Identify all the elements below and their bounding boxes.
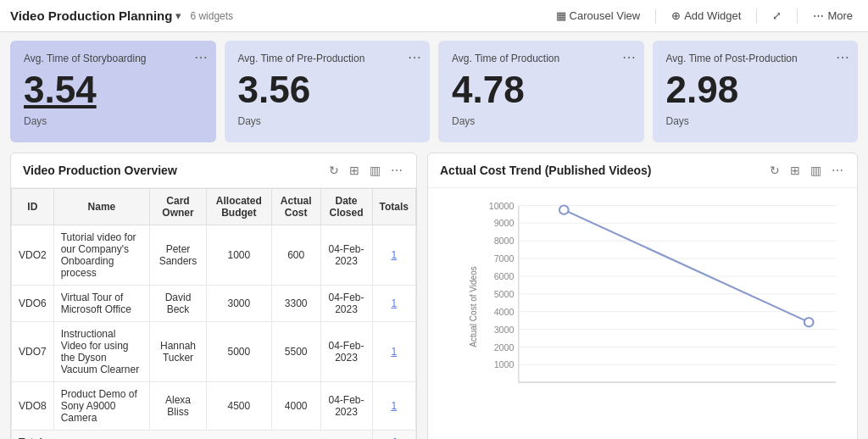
header-actions: ▦ Carousel View ⊕ Add Widget ⤢ ⋯ More xyxy=(551,7,858,25)
title-dropdown-icon[interactable]: ▾ xyxy=(175,9,181,22)
table-menu-button[interactable]: ⋯ xyxy=(389,162,404,179)
table-widget-title: Video Production Overview xyxy=(23,164,327,177)
cell-id: VDO2 xyxy=(12,225,54,286)
expand-icon: ⤢ xyxy=(772,9,782,22)
col-actual: Actual Cost xyxy=(271,189,320,225)
svg-text:3000: 3000 xyxy=(494,325,515,335)
cell-date: 04-Feb-2023 xyxy=(320,225,372,286)
more-button[interactable]: ⋯ More xyxy=(808,7,858,25)
metric-card-value-2: 4.78 xyxy=(452,71,631,108)
svg-point-24 xyxy=(804,318,814,326)
table-view-icon[interactable]: ⊞ xyxy=(348,162,361,179)
cell-owner: Hannah Tucker xyxy=(150,322,207,382)
col-date: Date Closed xyxy=(320,189,372,225)
svg-text:7000: 7000 xyxy=(494,253,515,264)
metric-card-unit-0: Days xyxy=(24,115,203,127)
header-divider-3 xyxy=(797,8,798,24)
cell-budget: 4500 xyxy=(206,382,271,431)
metric-card-3: Avg. Time of Post-Production 2.98 Days ⋯ xyxy=(653,41,859,142)
metric-card-unit-1: Days xyxy=(238,115,417,127)
table-widget: Video Production Overview ↻ ⊞ ▥ ⋯ ID Nam… xyxy=(10,153,417,439)
chart-widget-actions: ↻ ⊞ ▥ ⋯ xyxy=(768,162,845,179)
chart-svg: 10000 9000 8000 7000 6000 5000 4000 xyxy=(482,197,845,400)
carousel-view-button[interactable]: ▦ Carousel View xyxy=(551,7,646,25)
metric-card-value-1: 3.56 xyxy=(238,71,417,108)
cell-id: VDO8 xyxy=(12,382,54,431)
cell-totals: 1 xyxy=(372,382,416,431)
cell-owner: Peter Sanders xyxy=(150,225,207,286)
cell-actual: 5500 xyxy=(271,322,320,382)
cell-owner: David Beck xyxy=(150,286,207,322)
metric-card-menu-2[interactable]: ⋯ xyxy=(622,49,636,65)
table-row: VDO7 Instructional Video for using the D… xyxy=(12,322,416,382)
metric-card-menu-3[interactable]: ⋯ xyxy=(836,49,849,65)
metric-card-title-3: Avg. Time of Post-Production xyxy=(666,53,845,64)
metric-card-title-1: Avg. Time of Pre-Production xyxy=(238,53,417,64)
chart-refresh-button[interactable]: ↻ xyxy=(768,162,782,179)
metric-card-1: Avg. Time of Pre-Production 3.56 Days ⋯ xyxy=(225,41,431,142)
svg-point-23 xyxy=(559,205,569,214)
table-refresh-button[interactable]: ↻ xyxy=(327,162,341,179)
table-header-row: ID Name Card Owner Allocated Budget Actu… xyxy=(12,189,416,225)
metric-card-menu-0[interactable]: ⋯ xyxy=(194,49,208,65)
table-row: VDO6 Virtual Tour of Microsoft Office Da… xyxy=(12,286,416,322)
table-widget-actions: ↻ ⊞ ▥ ⋯ xyxy=(327,162,404,179)
svg-text:8000: 8000 xyxy=(494,236,515,246)
svg-text:6000: 6000 xyxy=(494,271,515,281)
cell-name: Virtual Tour of Microsoft Office xyxy=(53,286,150,322)
table-row: VDO8 Product Demo of Sony A9000 Camera A… xyxy=(12,382,416,431)
svg-text:9000: 9000 xyxy=(494,219,515,229)
metric-card-2: Avg. Time of Production 4.78 Days ⋯ xyxy=(438,41,644,142)
add-icon: ⊕ xyxy=(671,9,681,22)
metric-cards-container: Avg. Time of Storyboarding 3.54 Days ⋯ A… xyxy=(10,41,858,142)
chart-panel-icon[interactable]: ▥ xyxy=(809,162,823,179)
cell-totals: 1 xyxy=(372,286,416,322)
table-totals-row: Totals 4 xyxy=(12,431,416,440)
metric-card-value-0: 3.54 xyxy=(24,71,203,108)
col-owner: Card Owner xyxy=(150,189,207,225)
col-budget: Allocated Budget xyxy=(206,189,271,225)
cell-actual: 600 xyxy=(271,225,320,286)
svg-text:4000: 4000 xyxy=(494,307,515,317)
cell-id: VDO7 xyxy=(12,322,54,382)
header-divider-1 xyxy=(655,8,656,24)
chart-widget: Actual Cost Trend (Published Videos) ↻ ⊞… xyxy=(427,153,858,439)
cell-name: Instructional Video for using the Dyson … xyxy=(53,322,150,382)
metric-card-menu-1[interactable]: ⋯ xyxy=(408,49,421,65)
cell-actual: 3300 xyxy=(271,286,320,322)
cell-date: 04-Feb-2023 xyxy=(320,286,372,322)
add-widget-button[interactable]: ⊕ Add Widget xyxy=(666,7,746,25)
cell-date: 04-Feb-2023 xyxy=(320,382,372,431)
cell-date: 04-Feb-2023 xyxy=(320,322,372,382)
col-name: Name xyxy=(53,189,150,225)
svg-text:1000: 1000 xyxy=(494,360,515,370)
cell-totals: 1 xyxy=(372,322,416,382)
table-panel-icon[interactable]: ▥ xyxy=(368,162,382,179)
chart-widget-title: Actual Cost Trend (Published Videos) xyxy=(440,164,768,177)
widgets-count: 6 widgets xyxy=(190,10,233,22)
metric-card-value-3: 2.98 xyxy=(666,71,845,108)
col-totals: Totals xyxy=(372,189,416,225)
carousel-icon: ▦ xyxy=(556,9,566,22)
table-container: ID Name Card Owner Allocated Budget Actu… xyxy=(11,188,416,439)
metric-card-title-0: Avg. Time of Storyboarding xyxy=(24,53,203,64)
svg-text:5000: 5000 xyxy=(494,289,515,299)
cell-totals: 1 xyxy=(372,225,416,286)
expand-button[interactable]: ⤢ xyxy=(767,7,787,25)
chart-container: Actual Cost of Videos 10000 9000 8000 xyxy=(428,188,857,425)
main-content: Avg. Time of Storyboarding 3.54 Days ⋯ A… xyxy=(0,32,868,439)
chart-svg-wrapper: 10000 9000 8000 7000 6000 5000 4000 xyxy=(482,197,845,420)
header-divider-2 xyxy=(756,8,757,24)
chart-grid-icon[interactable]: ⊞ xyxy=(788,162,802,179)
cell-budget: 3000 xyxy=(206,286,271,322)
table-row: VDO2 Tutorial video for our Company's On… xyxy=(12,225,416,286)
chart-menu-button[interactable]: ⋯ xyxy=(830,162,845,179)
data-table: ID Name Card Owner Allocated Budget Actu… xyxy=(11,188,416,439)
svg-text:2000: 2000 xyxy=(494,342,515,353)
chart-y-label: Actual Cost of Videos xyxy=(469,266,478,347)
table-widget-header: Video Production Overview ↻ ⊞ ▥ ⋯ xyxy=(11,153,416,188)
cell-budget: 1000 xyxy=(206,225,271,286)
cell-name: Product Demo of Sony A9000 Camera xyxy=(53,382,150,431)
svg-line-22 xyxy=(564,210,809,323)
totals-label: Totals xyxy=(12,431,373,440)
